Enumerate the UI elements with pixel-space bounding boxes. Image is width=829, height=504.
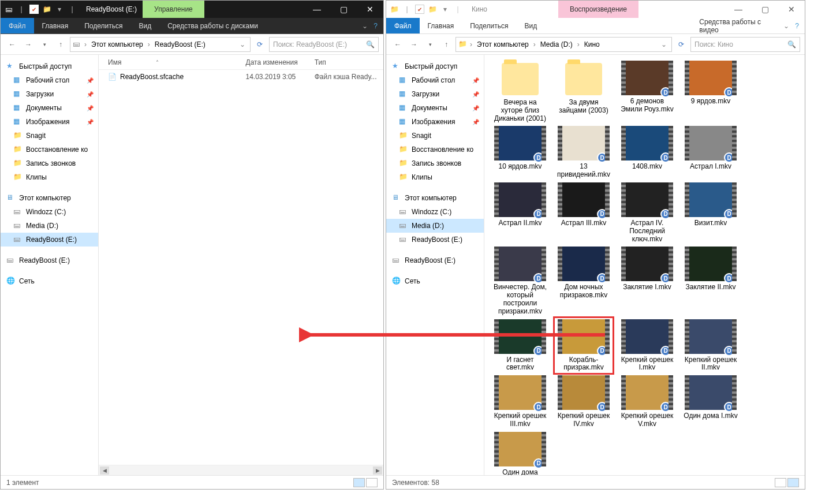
help-icon[interactable]: ?: [795, 22, 799, 30]
sidebar-item[interactable]: 📁Snagit: [1, 129, 98, 143]
view-details-button[interactable]: [353, 478, 365, 487]
search-icon[interactable]: 🔍: [366, 40, 375, 48]
breadcrumb-seg[interactable]: Этот компьютер: [89, 40, 145, 48]
sidebar-item[interactable]: 📁Клипы: [1, 170, 98, 184]
sidebar-item[interactable]: 📁Восстановление ко: [386, 143, 484, 156]
refresh-button[interactable]: ⟳: [253, 38, 267, 51]
video-item[interactable]: DКрепкий орешек III.mkv: [492, 375, 548, 428]
sidebar-removable[interactable]: 🖴ReadyBoost (E:): [1, 253, 98, 267]
col-type[interactable]: Тип: [315, 58, 383, 66]
sidebar-item[interactable]: 📁Snagit: [386, 129, 484, 143]
video-item[interactable]: DАстрал IV. Последний ключ.mkv: [619, 182, 675, 243]
sidebar-drive[interactable]: 🖴ReadyBoost (E:): [386, 233, 484, 247]
folder-icon[interactable]: 📁: [42, 5, 51, 14]
video-item[interactable]: DЗаклятие I.mkv: [619, 247, 675, 315]
breadcrumb[interactable]: 📁 › Этот компьютер › Media (D:) › Кино ⌄: [455, 37, 672, 52]
context-tab[interactable]: Управление: [143, 1, 204, 18]
sidebar-item[interactable]: ▦Документы📌: [1, 101, 98, 115]
sidebar-quick-access[interactable]: ★Быстрый доступ: [1, 59, 98, 73]
ribbon-file[interactable]: Файл: [1, 18, 34, 33]
video-item[interactable]: DДом ночных призраков.mkv: [556, 247, 611, 315]
scrollbar-horizontal[interactable]: ◀ ▶: [99, 465, 383, 475]
column-headers[interactable]: Имя˄ Дата изменения Тип: [99, 55, 383, 70]
video-item[interactable]: D10 ярдов.mkv: [492, 126, 548, 179]
video-item[interactable]: D9 ярдов.mkv: [683, 61, 738, 122]
qat-dropdown[interactable]: ▾: [440, 5, 450, 14]
video-item[interactable]: D6 демонов Эмили Роуз.mkv: [619, 61, 675, 122]
sidebar-this-pc[interactable]: 🖥Этот компьютер: [386, 191, 484, 205]
video-item[interactable]: DОдин дома I.mkv: [683, 375, 738, 428]
sidebar-item[interactable]: 📁Запись звонков: [1, 156, 98, 170]
video-item[interactable]: DКрепкий орешек IV.mkv: [556, 375, 611, 428]
breadcrumb-seg[interactable]: Кино: [582, 40, 602, 48]
sidebar-item[interactable]: ▦Изображения📌: [1, 115, 98, 129]
search-input[interactable]: Поиск: Кино 🔍: [690, 37, 800, 52]
ribbon-tab-home[interactable]: Главная: [420, 18, 462, 33]
minimize-button[interactable]: —: [304, 1, 330, 18]
col-name[interactable]: Имя˄: [108, 58, 246, 66]
ribbon-tab-view[interactable]: Вид: [130, 18, 159, 33]
sidebar-quick-access[interactable]: ★Быстрый доступ: [386, 59, 484, 73]
sidebar-drive[interactable]: 🖴Windozz (C:): [1, 205, 98, 219]
search-icon[interactable]: 🔍: [787, 40, 796, 48]
search-input[interactable]: Поиск: ReadyBoost (E:) 🔍: [269, 37, 379, 52]
ribbon-tab-view[interactable]: Вид: [516, 18, 545, 33]
titlebar[interactable]: 🖴 | ✔ 📁 ▾ | ReadyBoost (E:) Управление —…: [1, 1, 383, 18]
sidebar-item[interactable]: ▦Рабочий стол📌: [1, 73, 98, 87]
video-item[interactable]: D13 привидений.mkv: [556, 126, 611, 179]
maximize-button[interactable]: ▢: [752, 1, 778, 18]
breadcrumb-dropdown[interactable]: ⌄: [659, 40, 669, 48]
history-dropdown[interactable]: ▾: [423, 38, 437, 51]
sidebar-network[interactable]: 🌐Сеть: [386, 274, 484, 288]
video-item[interactable]: DАстрал II.mkv: [492, 182, 548, 243]
video-item[interactable]: DКрепкий орешек II.mkv: [683, 319, 738, 372]
sidebar-drive[interactable]: 🖴ReadyBoost (E:): [1, 233, 98, 247]
up-button[interactable]: ↑: [439, 38, 453, 51]
chevron-right-icon[interactable]: ›: [83, 40, 88, 48]
close-button[interactable]: ✕: [357, 1, 383, 18]
history-dropdown[interactable]: ▾: [38, 38, 51, 51]
col-date[interactable]: Дата изменения: [246, 58, 315, 66]
video-item[interactable]: DИ гаснет свет.mkv: [492, 319, 548, 372]
ribbon-expand-icon[interactable]: ⌄: [362, 22, 368, 30]
scroll-left-button[interactable]: ◀: [100, 466, 109, 475]
close-button[interactable]: ✕: [778, 1, 805, 18]
file-row[interactable]: 📄ReadyBoost.sfcache 14.03.2019 3:05 Файл…: [99, 70, 383, 84]
ribbon-tab-share[interactable]: Поделиться: [462, 18, 516, 33]
folder-item[interactable]: Вечера на хуторе близ Диканьки (2001): [492, 61, 548, 122]
breadcrumb-seg[interactable]: Media (D:): [538, 40, 575, 48]
video-item[interactable]: DКорабль-призрак.mkv: [556, 319, 611, 372]
up-button[interactable]: ↑: [54, 38, 68, 51]
ribbon-expand-icon[interactable]: ⌄: [783, 22, 789, 30]
folder-item[interactable]: За двумя зайцами (2003): [556, 61, 611, 122]
video-item[interactable]: DКрепкий орешек I.mkv: [619, 319, 675, 372]
sidebar-item[interactable]: ▦Документы📌: [386, 101, 484, 115]
minimize-button[interactable]: —: [725, 1, 752, 18]
chevron-right-icon[interactable]: ›: [469, 40, 473, 48]
sidebar-item[interactable]: 📁Клипы: [386, 170, 484, 184]
help-icon[interactable]: ?: [374, 22, 378, 30]
titlebar[interactable]: 📁 | ✔ 📁 ▾ | Кино Воспроизведение — ▢ ✕: [386, 1, 805, 18]
qat-dropdown[interactable]: ▾: [55, 5, 64, 14]
ribbon-tab-share[interactable]: Поделиться: [76, 18, 130, 33]
breadcrumb-dropdown[interactable]: ⌄: [237, 40, 248, 48]
chevron-right-icon[interactable]: ›: [532, 40, 537, 48]
checkbox-icon[interactable]: ✔: [29, 5, 39, 14]
view-icons-button[interactable]: [366, 478, 378, 487]
chevron-right-icon[interactable]: ›: [147, 40, 151, 48]
sidebar-removable[interactable]: 🖴ReadyBoost (E:): [386, 253, 484, 267]
video-item[interactable]: D1408.mkv: [619, 126, 675, 179]
ribbon-tab-home[interactable]: Главная: [34, 18, 77, 33]
maximize-button[interactable]: ▢: [330, 1, 357, 18]
scroll-right-button[interactable]: ▶: [373, 466, 382, 475]
forward-button[interactable]: →: [21, 38, 35, 51]
video-item[interactable]: DОдин дома II.mkv: [492, 432, 548, 475]
breadcrumb-seg[interactable]: Этот компьютер: [475, 40, 531, 48]
view-details-button[interactable]: [775, 478, 786, 487]
video-item[interactable]: DВинчестер. Дом, который построили призр…: [492, 247, 548, 315]
video-item[interactable]: DАстрал III.mkv: [556, 182, 611, 243]
sidebar-drive[interactable]: 🖴Media (D:): [1, 219, 98, 233]
breadcrumb[interactable]: 🖴 › Этот компьютер › ReadyBoost (E:) ⌄: [70, 37, 251, 52]
view-icons-button[interactable]: [787, 478, 799, 487]
forward-button[interactable]: →: [407, 38, 421, 51]
